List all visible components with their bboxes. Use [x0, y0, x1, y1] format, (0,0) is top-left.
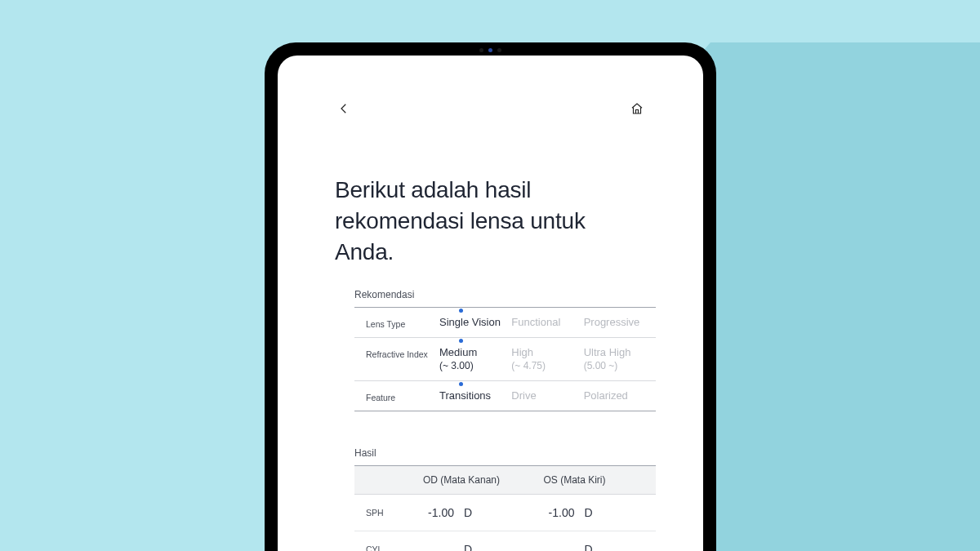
hasil-row-label: CYL — [366, 543, 415, 551]
selected-dot-icon — [459, 309, 463, 313]
home-icon — [630, 101, 644, 116]
page-title: Berikut adalah hasil rekomendasi lensa u… — [335, 175, 646, 267]
hasil-cell-os: -1.00 D — [536, 506, 657, 519]
hasil-cell-os: D — [536, 543, 657, 551]
section-title: Hasil — [354, 447, 656, 459]
camera-dot — [479, 48, 483, 52]
rec-option-high[interactable]: High (~ 4.75) — [511, 346, 583, 371]
title-line-1: Berikut adalah hasil — [335, 177, 531, 202]
title-line-2: rekomendasi lensa untuk Anda. — [335, 208, 586, 264]
rec-label: Lens Type — [366, 316, 439, 329]
rec-option-medium[interactable]: Medium (~ 3.00) — [439, 346, 511, 371]
home-button[interactable] — [628, 100, 646, 118]
rec-row-lens-type: Lens Type Single Vision Functional Progr… — [354, 308, 656, 338]
rec-label: Refractive Index — [366, 346, 439, 359]
rec-options: Transitions Drive Polarized — [439, 389, 656, 402]
rec-row-feature: Feature Transitions Drive Polarized — [354, 381, 656, 411]
hasil-header-spacer — [366, 474, 415, 486]
hasil-unit: D — [585, 506, 593, 519]
rec-row-refractive-index: Refractive Index Medium (~ 3.00) High (~… — [354, 338, 656, 380]
section-rekomendasi: Rekomendasi Lens Type Single Vision Func… — [354, 289, 656, 411]
rec-option-sub: (~ 3.00) — [439, 360, 511, 372]
rec-option-text: Medium — [439, 346, 477, 358]
hasil-cell-od: D — [415, 543, 536, 551]
top-bar — [335, 100, 646, 118]
rec-option-text: Ultra High — [584, 346, 631, 358]
back-button[interactable] — [335, 100, 353, 118]
rec-option-text: Transitions — [439, 389, 491, 402]
camera-dot — [497, 48, 501, 52]
rec-option-polarized[interactable]: Polarized — [584, 389, 656, 402]
hasil-unit: D — [464, 506, 472, 519]
hasil-header: OD (Mata Kanan) OS (Mata Kiri) — [354, 466, 656, 495]
selected-dot-icon — [459, 339, 463, 343]
tablet-frame: Berikut adalah hasil rekomendasi lensa u… — [265, 42, 716, 551]
camera-cluster — [454, 47, 528, 52]
selected-dot-icon — [459, 382, 463, 386]
rec-option-text: Single Vision — [439, 316, 501, 328]
rec-option-sub: (~ 4.75) — [511, 360, 583, 372]
rec-options: Medium (~ 3.00) High (~ 4.75) Ultra High… — [439, 346, 656, 371]
rec-option-text: High — [511, 346, 533, 358]
hasil-value: -1.00 — [544, 506, 575, 519]
hasil-value — [423, 543, 454, 551]
rec-option-text: Polarized — [584, 389, 628, 402]
hasil-col-od: OD (Mata Kanan) — [415, 474, 536, 486]
rec-option-text: Functional — [511, 316, 560, 328]
hasil-value — [544, 543, 575, 551]
rec-option-sub: (5.00 ~) — [584, 360, 656, 372]
rec-option-single-vision[interactable]: Single Vision — [439, 316, 511, 329]
rec-option-functional[interactable]: Functional — [511, 316, 583, 329]
hasil-unit: D — [464, 543, 472, 551]
hasil-col-os: OS (Mata Kiri) — [536, 474, 657, 486]
rec-option-progressive[interactable]: Progressive — [584, 316, 656, 329]
section-hasil: Hasil OD (Mata Kanan) OS (Mata Kiri) SPH… — [354, 447, 656, 551]
chevron-left-icon — [336, 101, 351, 116]
hasil-row-cyl: CYL D D — [354, 531, 656, 551]
rec-option-text: Progressive — [584, 316, 640, 328]
hasil-unit: D — [585, 543, 593, 551]
rec-option-ultra-high[interactable]: Ultra High (5.00 ~) — [584, 346, 656, 371]
rec-label: Feature — [366, 389, 439, 402]
hasil-cell-od: -1.00 D — [415, 506, 536, 519]
rec-option-transitions[interactable]: Transitions — [439, 389, 511, 402]
stage: Berikut adalah hasil rekomendasi lensa u… — [0, 0, 980, 551]
hasil-row-sph: SPH -1.00 D -1.00 D — [354, 495, 656, 531]
rec-options: Single Vision Functional Progressive — [439, 316, 656, 329]
hasil-row-label: SPH — [366, 506, 415, 519]
section-title: Rekomendasi — [354, 289, 656, 300]
rec-option-text: Drive — [511, 389, 536, 402]
camera-dot — [488, 48, 492, 52]
rec-option-drive[interactable]: Drive — [511, 389, 583, 402]
screen: Berikut adalah hasil rekomendasi lensa u… — [278, 56, 703, 551]
hasil-value: -1.00 — [423, 506, 454, 519]
